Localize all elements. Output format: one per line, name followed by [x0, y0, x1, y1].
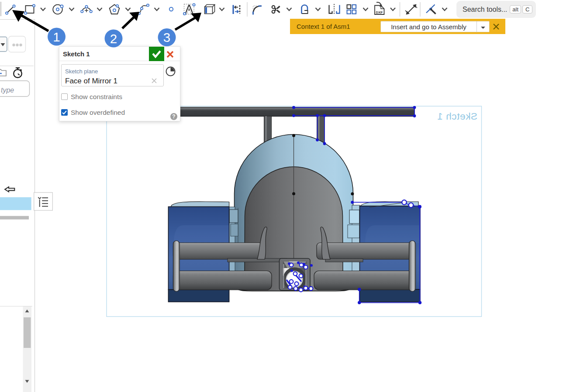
svg-text:2: 2 [110, 31, 117, 46]
svg-text:3: 3 [163, 30, 170, 45]
svg-text:1: 1 [53, 30, 60, 44]
